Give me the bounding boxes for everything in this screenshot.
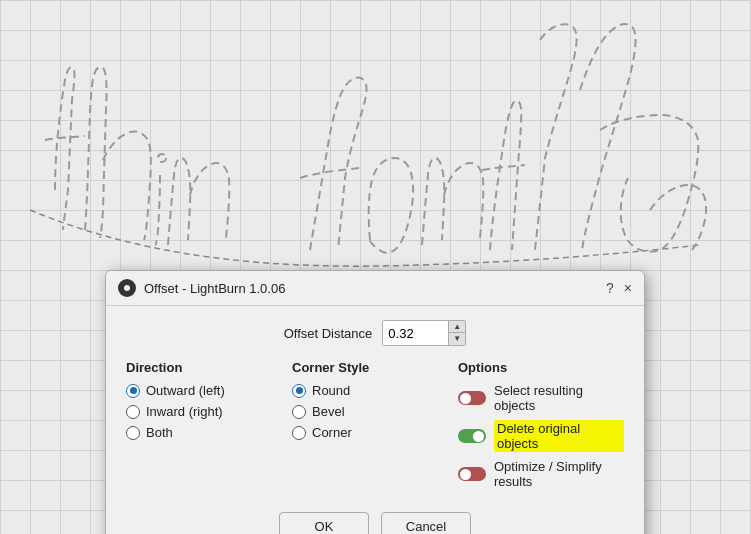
options-area: Direction Outward (left) Inward (right) …: [126, 360, 624, 496]
option-select-resulting-label: Select resulting objects: [494, 383, 624, 413]
direction-both[interactable]: Both: [126, 425, 292, 440]
close-button[interactable]: ×: [624, 280, 632, 296]
ok-button[interactable]: OK: [279, 512, 369, 534]
options-col: Options Select resulting objects Delete …: [458, 360, 624, 496]
radio-bevel[interactable]: [292, 405, 306, 419]
radio-inward[interactable]: [126, 405, 140, 419]
svg-point-0: [158, 154, 166, 162]
dialog-title: Offset - LightBurn 1.0.06: [144, 281, 285, 296]
help-button[interactable]: ?: [606, 280, 614, 296]
radio-outward[interactable]: [126, 384, 140, 398]
app-icon: [118, 279, 136, 297]
corner-bevel[interactable]: Bevel: [292, 404, 458, 419]
offset-distance-label: Offset Distance: [284, 326, 373, 341]
toggle-select-resulting[interactable]: [458, 391, 486, 405]
direction-inward-label: Inward (right): [146, 404, 223, 419]
direction-outward[interactable]: Outward (left): [126, 383, 292, 398]
radio-round[interactable]: [292, 384, 306, 398]
radio-corner[interactable]: [292, 426, 306, 440]
direction-both-label: Both: [146, 425, 173, 440]
offset-distance-row: Offset Distance ▲ ▼: [126, 320, 624, 346]
option-optimize-label: Optimize / Simplify results: [494, 459, 624, 489]
dialog-body: Offset Distance ▲ ▼ Direction Outward (l…: [106, 306, 644, 534]
cancel-button[interactable]: Cancel: [381, 512, 471, 534]
corner-round[interactable]: Round: [292, 383, 458, 398]
dialog-controls: ? ×: [606, 280, 632, 296]
corner-style-header: Corner Style: [292, 360, 458, 375]
direction-header: Direction: [126, 360, 292, 375]
corner-corner-label: Corner: [312, 425, 352, 440]
corner-style-col: Corner Style Round Bevel Corner: [292, 360, 458, 496]
canvas-art: .cursive-stroke { fill: none; stroke: #8…: [0, 10, 751, 270]
offset-input-wrap: ▲ ▼: [382, 320, 466, 346]
direction-outward-label: Outward (left): [146, 383, 225, 398]
buttons-row: OK Cancel: [126, 512, 624, 534]
option-select-resulting[interactable]: Select resulting objects: [458, 383, 624, 413]
corner-round-label: Round: [312, 383, 350, 398]
option-optimize[interactable]: Optimize / Simplify results: [458, 459, 624, 489]
toggle-delete-original[interactable]: [458, 429, 486, 443]
corner-bevel-label: Bevel: [312, 404, 345, 419]
spinner-down[interactable]: ▼: [449, 333, 465, 345]
spinner-up[interactable]: ▲: [449, 321, 465, 333]
option-delete-original[interactable]: Delete original objects: [458, 420, 624, 452]
offset-input[interactable]: [383, 321, 448, 345]
offset-spinner: ▲ ▼: [448, 321, 465, 345]
direction-inward[interactable]: Inward (right): [126, 404, 292, 419]
direction-col: Direction Outward (left) Inward (right) …: [126, 360, 292, 496]
offset-dialog: Offset - LightBurn 1.0.06 ? × Offset Dis…: [105, 270, 645, 534]
corner-corner[interactable]: Corner: [292, 425, 458, 440]
radio-both[interactable]: [126, 426, 140, 440]
dialog-title-area: Offset - LightBurn 1.0.06: [118, 279, 285, 297]
options-header: Options: [458, 360, 624, 375]
toggle-optimize[interactable]: [458, 467, 486, 481]
option-delete-original-label: Delete original objects: [494, 420, 624, 452]
dialog-titlebar: Offset - LightBurn 1.0.06 ? ×: [106, 271, 644, 306]
